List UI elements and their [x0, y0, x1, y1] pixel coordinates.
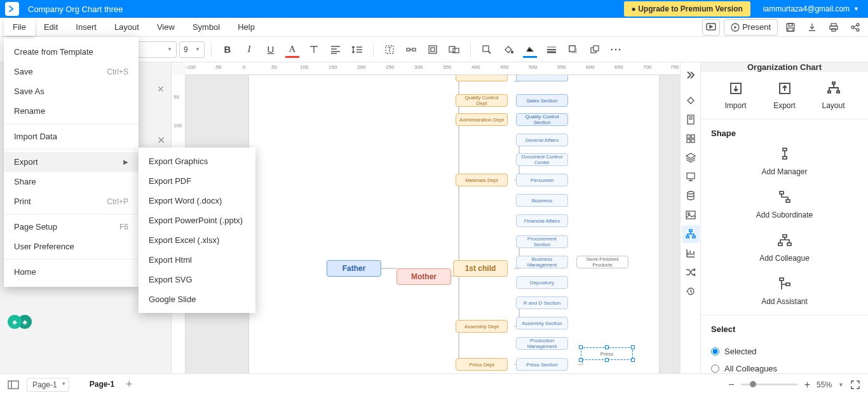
close-tab-button[interactable]: ✕ [154, 83, 167, 95]
layers-panel-button[interactable] [682, 149, 700, 167]
font-size-select[interactable]: 9 ▼ [179, 41, 205, 58]
node-semi-finished[interactable]: Semi-Finished Products [576, 256, 628, 268]
zoom-slider[interactable] [741, 384, 798, 385]
expand-right-button[interactable] [682, 66, 700, 84]
more-button[interactable]: ··· [607, 40, 626, 59]
export-excel[interactable]: Export Excel (.xlsx) [139, 230, 255, 250]
selection-handle[interactable] [631, 345, 635, 349]
node-procurement[interactable]: Procurement Section [516, 235, 568, 248]
menu-save[interactable]: SaveCtrl+S [4, 62, 139, 81]
export-html[interactable]: Export Html [139, 250, 255, 270]
shadow-button[interactable] [564, 40, 583, 59]
node-depository[interactable]: Depository [516, 276, 568, 289]
font-color-button[interactable]: A [283, 40, 302, 59]
save-button[interactable] [782, 19, 799, 36]
slideshow-button[interactable] [702, 19, 720, 36]
fill-panel-button[interactable] [682, 92, 700, 109]
export-word[interactable]: Export Word (.docx) [139, 191, 255, 211]
menu-file[interactable]: File [4, 18, 35, 36]
menu-save-as[interactable]: Save As [4, 81, 139, 101]
node-administration-dept[interactable]: Administration Dept [456, 113, 508, 126]
outline-toggle[interactable] [8, 380, 19, 389]
underline-button[interactable]: U [261, 40, 280, 59]
menu-rename[interactable]: Rename [4, 101, 139, 121]
grid-panel-button[interactable] [682, 130, 700, 148]
node-business-mgmt[interactable]: Business Management [516, 256, 568, 268]
page-tab-1[interactable]: Page-1 [87, 375, 117, 395]
menu-export[interactable]: Export▶ [4, 152, 139, 172]
print-button[interactable] [825, 19, 843, 36]
italic-button[interactable]: I [240, 40, 259, 59]
node-document-control[interactable]: Document Control Center [516, 153, 568, 166]
selection-handle[interactable] [605, 358, 609, 362]
zoom-out-button[interactable]: − [728, 379, 734, 391]
node-press-section[interactable]: Press Section [516, 358, 568, 371]
strikethrough-button[interactable] [304, 40, 323, 59]
connector-button[interactable] [402, 40, 421, 59]
menu-home[interactable]: Home [4, 262, 139, 282]
node-sub-top[interactable] [516, 75, 568, 81]
line-color-button[interactable] [520, 40, 539, 59]
arrange-button[interactable] [585, 40, 604, 59]
fill-shape-button[interactable] [477, 40, 496, 59]
add-assistant-button[interactable]: Add Assistant [747, 277, 823, 306]
radio-selected[interactable]: Selected [711, 343, 858, 360]
shuffle-panel-button[interactable] [682, 263, 700, 281]
menu-page-setup[interactable]: Page SetupF6 [4, 217, 139, 237]
fill-bucket-button[interactable] [499, 40, 518, 59]
node-assembly-dept[interactable]: Assembly Dept [456, 320, 508, 333]
add-subordinate-button[interactable]: Add Subordinate [747, 190, 823, 219]
share-button[interactable] [846, 19, 864, 36]
text-block-button[interactable]: T [380, 40, 399, 59]
org-chart-panel-button[interactable] [682, 225, 700, 243]
export-button[interactable]: Export [760, 81, 809, 110]
selection-handle[interactable] [605, 345, 609, 349]
present-button[interactable]: Present [724, 19, 778, 36]
layout-button[interactable]: Layout [809, 81, 858, 110]
node-personnel[interactable]: Personnel [516, 174, 568, 186]
zoom-caret[interactable]: ▼ [838, 382, 844, 388]
menu-view[interactable]: View [148, 18, 184, 36]
close-tab-button-2[interactable]: ✕ [154, 134, 167, 146]
page-selector[interactable]: Page-1 [27, 378, 69, 392]
menu-print[interactable]: PrintCtrl+P [4, 191, 139, 211]
download-button[interactable] [803, 19, 821, 36]
menu-import-data[interactable]: Import Data [4, 127, 139, 146]
menu-symbol[interactable]: Symbol [184, 18, 229, 36]
node-assembly-section[interactable]: Assembly Section [516, 317, 568, 329]
node-business[interactable]: Business [516, 194, 568, 207]
container-button[interactable] [423, 40, 442, 59]
node-quality-control-section[interactable]: Quality Control Section [516, 113, 568, 126]
presentation-panel-button[interactable] [682, 168, 700, 186]
user-account-menu[interactable]: iammurtaza4@gmail.com ▼ [763, 4, 863, 13]
align-left-button[interactable] [326, 40, 345, 59]
menu-layout[interactable]: Layout [105, 18, 148, 36]
export-graphics[interactable]: Export Graphics [139, 151, 255, 171]
radio-all-colleagues[interactable]: All Colleagues [711, 360, 858, 373]
page-panel-button[interactable] [682, 111, 700, 128]
boolean-button[interactable] [445, 40, 464, 59]
node-production-mgmt[interactable]: Production Management [516, 337, 568, 350]
line-spacing-button[interactable] [348, 40, 367, 59]
node-dept-top[interactable] [456, 75, 508, 81]
node-first-child[interactable]: 1st child [453, 260, 508, 277]
node-rd-section[interactable]: R and D Section [516, 296, 568, 309]
add-colleague-button[interactable]: Add Colleague [747, 233, 823, 263]
menu-share[interactable]: Share [4, 172, 139, 191]
node-materials-dept[interactable]: Materials Dept [456, 174, 508, 186]
menu-help[interactable]: Help [229, 18, 264, 36]
menu-edit[interactable]: Edit [35, 18, 67, 36]
menu-insert[interactable]: Insert [67, 18, 105, 36]
export-pdf[interactable]: Export PDF [139, 171, 255, 191]
bold-button[interactable]: B [218, 40, 237, 59]
selection-handle[interactable] [579, 358, 583, 362]
selection-handle[interactable] [579, 345, 583, 349]
selection-handle[interactable] [631, 358, 635, 362]
add-page-button[interactable]: + [126, 378, 133, 391]
node-mother[interactable]: Mother [397, 268, 451, 285]
node-financial[interactable]: Financial Affairs [516, 214, 568, 227]
node-father[interactable]: Father [327, 260, 381, 277]
node-press-dept[interactable]: Press Dept [456, 358, 508, 371]
line-weight-button[interactable] [542, 40, 561, 59]
export-google-slide[interactable]: Google Slide [139, 289, 255, 309]
